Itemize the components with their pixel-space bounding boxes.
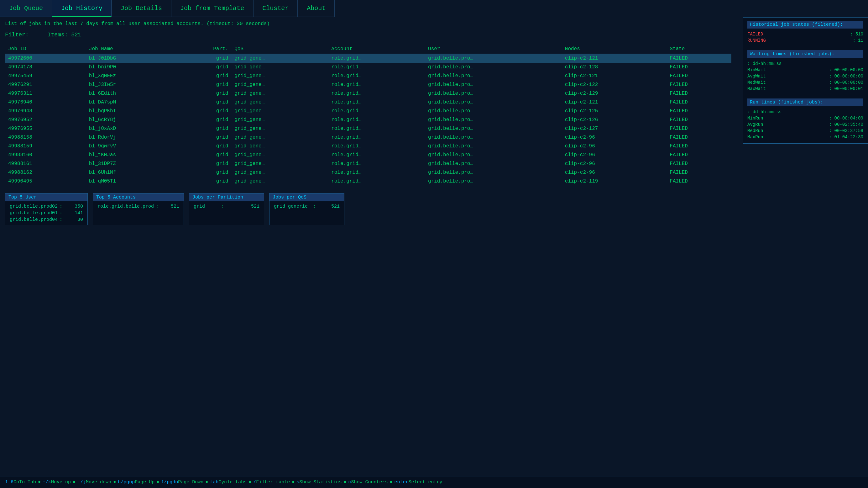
summary-area: Top 5 Usergrid.belle.prod02:350grid.bell… (5, 193, 863, 225)
waiting-row: MedWait: 00-00:00:00 (747, 79, 863, 86)
table-cell: bl_J01DbG (86, 54, 175, 63)
runtime-title: Run times (finished jobs): (747, 98, 863, 106)
status-key: tab (210, 480, 218, 485)
summary-row: grid_generic:521 (273, 203, 341, 210)
table-cell: role.grid… (328, 80, 425, 89)
run-label: MinRun (747, 116, 763, 121)
table-cell: 49976291 (5, 80, 86, 89)
run-value: : 00-02:35:40 (829, 122, 863, 127)
hist-label: RUNNING (747, 38, 766, 43)
table-cell: clip-c2-125 (562, 107, 667, 115)
col-job-id: Job ID (5, 44, 86, 54)
table-row[interactable]: 49972600bl_J01DbGgridgrid_gene…role.grid… (5, 54, 732, 63)
col-state: State (666, 44, 732, 54)
table-row[interactable]: 49988161bl_31DP7Zgridgrid_gene…role.grid… (5, 159, 732, 168)
table-cell: FAILED (666, 159, 732, 168)
table-cell: grid.belle.pro… (425, 63, 562, 71)
table-row[interactable]: 49976952bl_6cRY8jgridgrid_gene…role.grid… (5, 115, 732, 124)
summary-value: 521 (160, 204, 179, 209)
status-key: ↓/j (78, 480, 86, 485)
summary-box: Top 5 Accountsrole.grid.belle.prod:521 (93, 193, 184, 225)
tab-job-history[interactable]: Job History (52, 0, 112, 17)
tab-about[interactable]: About (298, 0, 335, 17)
table-cell: 49974178 (5, 63, 86, 71)
table-cell: grid.belle.pro… (425, 98, 562, 107)
wait-label: MinWait (747, 67, 766, 73)
table-cell: clip-c2-96 (562, 133, 667, 142)
table-cell: 49976948 (5, 107, 86, 115)
summary-sep: : (60, 210, 62, 216)
table-cell: bl_DA7spM (86, 98, 175, 107)
table-cell: grid_gene… (231, 98, 328, 107)
table-row[interactable]: 49976948bl_hqPKhIgridgrid_gene…role.grid… (5, 107, 732, 115)
col-part: Part. (175, 44, 231, 54)
table-cell: FAILED (666, 150, 732, 159)
table-row[interactable]: 49976955bl_j0xAxDgridgrid_gene…role.grid… (5, 124, 732, 133)
table-header-row: Job ID Job Name Part. QoS Account User N… (5, 44, 732, 54)
table-cell: role.grid… (328, 133, 425, 142)
status-desc: Select entry (408, 480, 442, 485)
summary-row: grid.belle.prod02:350 (8, 203, 84, 210)
summary-sep: : (156, 204, 159, 209)
table-cell: bl_bni9P0 (86, 63, 175, 71)
table-cell: 49976955 (5, 124, 86, 133)
table-cell: bl_XqNEEz (86, 71, 175, 80)
status-key: s (297, 480, 299, 485)
table-cell: clip-c2-119 (562, 177, 667, 186)
summary-sep: : (60, 204, 62, 209)
status-key: f/pgdn (161, 480, 178, 485)
table-cell: FAILED (666, 63, 732, 71)
table-cell: grid (175, 168, 231, 177)
status-separator: ● (248, 480, 251, 485)
table-row[interactable]: 49975459bl_XqNEEzgridgrid_gene…role.grid… (5, 71, 732, 80)
summary-label: grid (194, 204, 205, 209)
table-cell: clip-c2-121 (562, 71, 667, 80)
waiting-unit-label: : dd-hh:mm:ss (747, 61, 781, 66)
table-cell: FAILED (666, 133, 732, 142)
table-cell: bl_j0xAxD (86, 124, 175, 133)
table-row[interactable]: 49988160bl_tKHJasgridgrid_gene…role.grid… (5, 150, 732, 159)
table-cell: role.grid… (328, 177, 425, 186)
table-cell: 49990495 (5, 177, 86, 186)
runtime-row: MedRun: 00-03:37:58 (747, 127, 863, 134)
col-user: User (425, 44, 562, 54)
tab-cluster[interactable]: Cluster (253, 0, 298, 17)
table-cell: 49972600 (5, 54, 86, 63)
table-row[interactable]: 49976940bl_DA7spMgridgrid_gene…role.grid… (5, 98, 732, 107)
tab-bar: Job Queue Job History Job Details Job fr… (0, 0, 868, 17)
table-cell: FAILED (666, 142, 732, 150)
table-cell: grid.belle.pro… (425, 150, 562, 159)
table-cell: clip-c2-96 (562, 150, 667, 159)
table-cell: FAILED (666, 89, 732, 98)
tab-job-from-template[interactable]: Job from Template (171, 0, 253, 17)
table-cell: clip-c2-96 (562, 159, 667, 168)
table-row[interactable]: 49976291bl_J3Iw5rgridgrid_gene…role.grid… (5, 80, 732, 89)
summary-box: Top 5 Usergrid.belle.prod02:350grid.bell… (5, 193, 88, 225)
table-row[interactable]: 49974178bl_bni9P0gridgrid_gene…role.grid… (5, 63, 732, 71)
table-row[interactable]: 49988158bl_RdorVjgridgrid_gene…role.grid… (5, 133, 732, 142)
table-cell: FAILED (666, 115, 732, 124)
table-cell: clip-c2-121 (562, 54, 667, 63)
table-cell: role.grid… (328, 150, 425, 159)
table-cell: grid_gene… (231, 159, 328, 168)
summary-label: grid.belle.prod04 (10, 217, 58, 222)
summary-box-title: Jobs per Partition (189, 194, 264, 201)
status-separator: ● (343, 480, 346, 485)
col-account: Account (328, 44, 425, 54)
table-cell: FAILED (666, 107, 732, 115)
tab-job-details[interactable]: Job Details (112, 0, 171, 17)
summary-box-title: Top 5 User (5, 194, 87, 201)
table-cell: grid (175, 54, 231, 63)
table-cell: clip-c2-122 (562, 80, 667, 89)
table-row[interactable]: 49990495bl_qM05Tlgridgrid_gene…role.grid… (5, 177, 732, 186)
table-row[interactable]: 49988162bl_6UhlNfgridgrid_gene…role.grid… (5, 168, 732, 177)
table-cell: clip-c2-129 (562, 89, 667, 98)
table-row[interactable]: 49988159bl_9qwrvVgridgrid_gene…role.grid… (5, 142, 732, 150)
filter-label: Filter: (5, 32, 29, 38)
tab-job-queue[interactable]: Job Queue (0, 0, 52, 17)
summary-row: role.grid.belle.prod:521 (96, 203, 181, 210)
summary-label: grid_generic (274, 204, 308, 209)
table-cell: grid (175, 150, 231, 159)
table-row[interactable]: 49976311bl_6Edithgridgrid_gene…role.grid… (5, 89, 732, 98)
table-cell: role.grid… (328, 159, 425, 168)
